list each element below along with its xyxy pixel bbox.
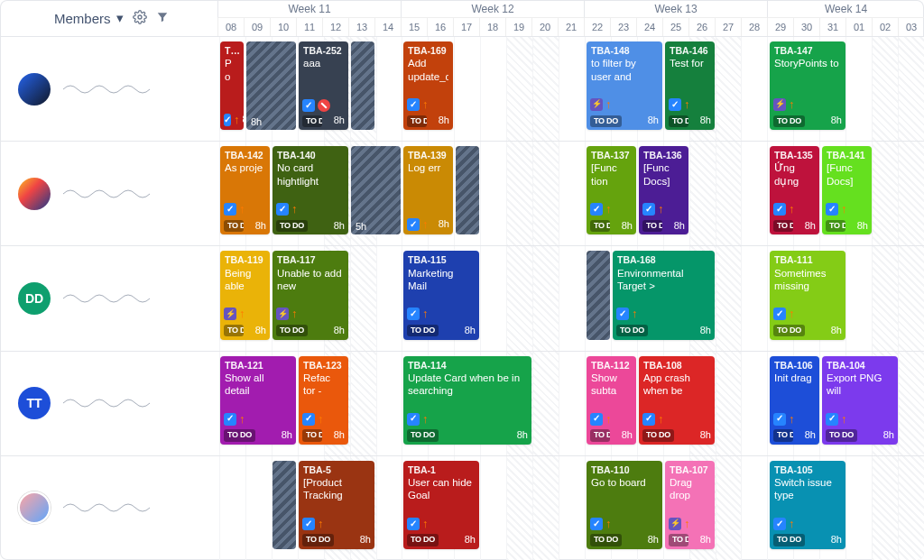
task-card[interactable]: TBA-148to filter by user and↑TO DO8h: [587, 41, 662, 130]
card-hours: 8h: [334, 429, 345, 442]
card-hours: 8h: [439, 218, 449, 231]
priority-icon: ↑: [318, 517, 324, 531]
card-id: TBA-115: [408, 254, 475, 266]
task-card[interactable]: TBA-123Refac tor -↑TO DO8h: [299, 356, 348, 445]
status-badge: TO DO: [224, 325, 244, 336]
day-header: 17: [453, 18, 479, 36]
task-card[interactable]: TBA-140No card hightlight↑TO DO8h: [273, 146, 348, 234]
card-id: TBA-5: [303, 464, 370, 476]
card-hours: 8h: [243, 114, 245, 126]
member-row[interactable]: DD: [0, 245, 219, 350]
task-card[interactable]: TBA-119Being able↑TO DO8h: [220, 251, 270, 339]
task-card[interactable]: TBA-141[Func Docs]↑TO DO8h: [822, 146, 872, 234]
priority-icon: ↑: [684, 517, 690, 531]
task-card[interactable]: TBA-139Log err↑8h: [403, 146, 453, 234]
task-card[interactable]: TBA-137[Func tion↑TO DO8h: [587, 146, 636, 234]
task-card[interactable]: TBA-146Test for↑TO DO8h: [665, 41, 715, 130]
card-hours: 8h: [255, 220, 266, 233]
task-card[interactable]: TBA-112Show subta↑TO DO8h: [587, 356, 636, 445]
day-header: 01: [845, 18, 872, 36]
avatar: TT: [18, 387, 51, 419]
task-card[interactable]: TBAP o↑8h: [220, 41, 244, 130]
check-icon: [773, 518, 786, 530]
card-id: TBA-135: [774, 150, 815, 161]
status-badge: TO DO: [773, 220, 793, 232]
check-icon: [773, 413, 786, 426]
overflow-block[interactable]: 5h: [351, 146, 401, 234]
status-badge: TO DO: [224, 220, 244, 232]
task-card[interactable]: TBA-168Environmental Target >↑TO DO8h: [613, 251, 715, 339]
status-badge: TO DO: [407, 429, 439, 441]
task-card[interactable]: TBA-114Update Card when be in searching↑…: [403, 356, 531, 445]
card-hours: 8h: [674, 220, 685, 233]
filter-icon[interactable]: [156, 11, 169, 26]
task-card[interactable]: TBA-5[Product Tracking↑TO DO8h: [299, 461, 374, 549]
card-title: StoryPoints to: [774, 57, 841, 69]
task-card[interactable]: TBA-121Show all detail↑TO DO8h: [220, 356, 296, 445]
card-hours: 8h: [700, 429, 711, 442]
card-hours: 8h: [831, 534, 842, 546]
card-title: [Func Docs]: [827, 161, 867, 188]
card-id: TBA-1: [408, 464, 475, 476]
card-id: TBA: [225, 45, 239, 57]
check-icon: [826, 413, 838, 426]
chevron-down-icon: ▾: [116, 10, 124, 26]
task-card[interactable]: TBA-108App crash when be↑TO DO8h: [639, 356, 715, 445]
bolt-icon: [590, 98, 603, 111]
task-card[interactable]: TBA-107Drag drop↑TO DO8h: [665, 461, 715, 549]
day-header: 02: [872, 18, 898, 36]
task-card[interactable]: TBA-1User can hide Goal↑TO DO8h: [403, 461, 479, 549]
card-hours: 8h: [360, 534, 371, 546]
member-row[interactable]: [0, 36, 219, 141]
card-title: Marketing Mail: [408, 267, 475, 293]
day-header: 27: [715, 18, 741, 36]
day-header: 24: [636, 18, 662, 36]
bolt-icon: [276, 308, 289, 320]
task-card[interactable]: TBA-135Ứng dụng↑TO DO8h: [770, 146, 819, 234]
priority-icon: ↑: [422, 517, 429, 531]
members-dropdown[interactable]: Members ▾: [54, 10, 124, 26]
status-badge: TO DO: [407, 115, 427, 127]
member-row[interactable]: [0, 141, 219, 245]
task-card[interactable]: TBA-110Go to board↑TO DO8h: [587, 461, 662, 549]
avatar: DD: [18, 282, 51, 315]
task-card[interactable]: TBA-142As proje↑TO DO8h: [220, 146, 270, 234]
task-card[interactable]: TBA-104Export PNG will↑TO DO8h: [822, 356, 898, 445]
gear-icon[interactable]: [133, 10, 147, 27]
card-id: TBA-111: [774, 254, 841, 266]
day-header: 12: [322, 18, 348, 36]
check-icon: [407, 218, 420, 231]
card-title: Update Card when be in searching: [408, 372, 527, 398]
week-header: Week 11: [217, 0, 401, 18]
task-card[interactable]: TBA-252aaaTO DO8h: [299, 41, 348, 130]
blocked-icon: [318, 99, 330, 112]
task-card[interactable]: TBA-111Sometimes missing↑TO DO8h: [770, 251, 845, 339]
task-card[interactable]: TBA-147StoryPoints to↑TO DO8h: [770, 41, 845, 130]
overflow-block[interactable]: [456, 146, 479, 234]
task-card[interactable]: TBA-105Switch issue type↑TO DO8h: [770, 461, 845, 549]
overflow-block[interactable]: [273, 461, 296, 549]
member-row[interactable]: [0, 455, 219, 560]
card-title: Add update_da: [408, 57, 448, 83]
card-id: TBA-136: [643, 150, 684, 161]
task-card[interactable]: TBA-106Init drag↑TO DO8h: [770, 356, 819, 445]
overflow-block[interactable]: 8h: [246, 41, 296, 130]
overflow-block[interactable]: [351, 41, 374, 130]
day-header: 26: [688, 18, 715, 36]
priority-icon: ↑: [658, 412, 664, 427]
status-badge: TO DO: [276, 220, 308, 232]
member-row[interactable]: TT: [0, 351, 219, 455]
day-header: 31: [819, 18, 845, 36]
avatar: [18, 491, 51, 524]
task-card[interactable]: TBA-115Marketing Mail↑TO DO8h: [403, 251, 479, 339]
task-card[interactable]: TBA-169Add update_da↑TO DO8h: [403, 41, 453, 130]
card-hours: 8h: [648, 115, 659, 127]
task-card[interactable]: TBA-117Unable to add new↑TO DO8h: [273, 251, 348, 339]
bolt-icon: [669, 518, 681, 530]
overflow-block[interactable]: [587, 251, 610, 339]
card-title: Log err: [408, 161, 448, 174]
task-card[interactable]: TBA-136[Func Docs]↑TO DO8h: [639, 146, 688, 234]
card-id: TBA-121: [225, 360, 291, 372]
week-header: Week 14: [767, 0, 924, 18]
check-icon: [407, 308, 420, 320]
